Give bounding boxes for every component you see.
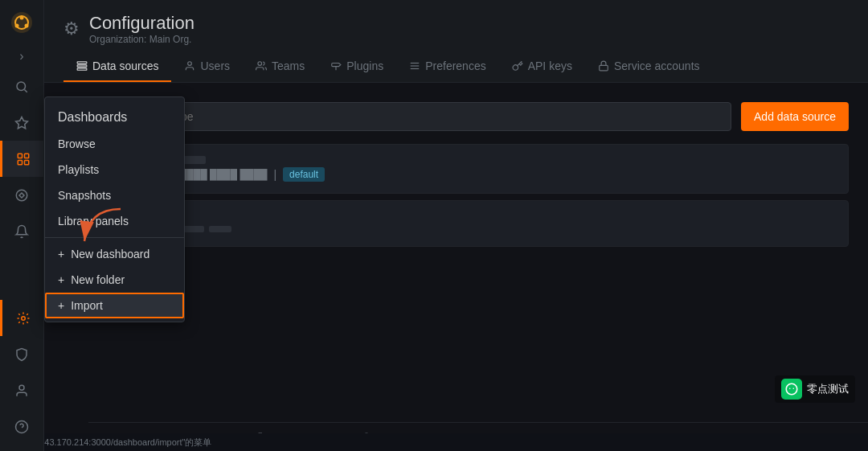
dashboards-dropdown: Dashboards Browse Playlists Snapshots Li…: [44, 96, 185, 322]
svg-rect-26: [600, 65, 608, 70]
tab-data-sources[interactable]: Data sources: [63, 51, 171, 82]
sidebar-item-alerting[interactable]: [0, 213, 44, 249]
dropdown-item-library-panels[interactable]: Library panels: [45, 208, 184, 234]
svg-rect-18: [77, 65, 87, 67]
dropdown-item-browse[interactable]: Browse: [45, 131, 184, 157]
dropdown-header: Dashboards: [45, 100, 184, 131]
svg-point-0: [11, 12, 32, 33]
svg-marker-7: [16, 117, 28, 128]
tab-users[interactable]: Users: [171, 51, 243, 82]
tab-plugins[interactable]: Plugins: [317, 51, 396, 82]
svg-rect-17: [77, 62, 87, 64]
page-title: Configuration: [89, 13, 194, 34]
ds-info: http://██. ████████ ████ ████ | default: [109, 156, 835, 182]
dropdown-item-snapshots[interactable]: Snapshots: [45, 182, 184, 208]
sidebar-logo[interactable]: [0, 0, 44, 44]
header-text: Configuration Organization: Main Org.: [89, 13, 194, 45]
plus-icon: +: [58, 299, 64, 312]
sidebar-item-explore[interactable]: [0, 177, 44, 213]
dropdown-action-import[interactable]: + Import: [45, 293, 184, 318]
svg-point-12: [16, 190, 27, 201]
svg-rect-10: [18, 160, 22, 164]
sidebar-item-search[interactable]: [0, 68, 44, 105]
svg-point-13: [21, 316, 25, 320]
sidebar-bottom: [0, 300, 44, 445]
svg-rect-8: [18, 154, 22, 158]
tab-preferences[interactable]: Preferences: [396, 51, 498, 82]
config-gear-icon: ⚙: [63, 18, 80, 39]
plus-icon: +: [58, 273, 64, 286]
header-top: ⚙ Configuration Organization: Main Org.: [63, 13, 849, 45]
tab-api-keys[interactable]: API keys: [499, 51, 585, 82]
tab-service-accounts[interactable]: Service accounts: [585, 51, 713, 82]
add-data-source-button[interactable]: Add data source: [741, 102, 849, 131]
svg-point-21: [258, 62, 262, 66]
watermark: 零点测试: [775, 375, 855, 403]
svg-rect-19: [77, 68, 87, 70]
plus-icon: +: [58, 248, 64, 260]
header: ⚙ Configuration Organization: Main Org. …: [44, 0, 868, 83]
sidebar-item-profile[interactable]: [0, 372, 44, 408]
sidebar-item-help[interactable]: [0, 408, 44, 445]
status-bar: 显示"101.43.170.214:3000/dashboard/import"…: [0, 433, 868, 451]
svg-point-5: [17, 82, 26, 91]
svg-rect-11: [24, 160, 28, 164]
sidebar: ›: [0, 0, 44, 451]
sidebar-item-dashboards[interactable]: [0, 141, 44, 177]
svg-point-3: [25, 23, 29, 27]
svg-point-2: [20, 15, 24, 19]
sidebar-item-starred[interactable]: [0, 105, 44, 141]
sidebar-collapse-button[interactable]: ›: [0, 44, 44, 68]
dropdown-divider: [45, 237, 184, 238]
watermark-text: 零点测试: [807, 382, 849, 396]
sidebar-item-configuration[interactable]: [0, 300, 44, 336]
svg-point-4: [15, 23, 19, 27]
svg-rect-9: [24, 154, 28, 158]
tab-teams[interactable]: Teams: [243, 51, 317, 82]
dropdown-action-new-dashboard[interactable]: + New dashboard: [45, 241, 184, 267]
wechat-icon: [781, 379, 802, 400]
svg-point-20: [188, 62, 192, 66]
tabs-bar: Data sources Users Teams Plugins Prefere…: [63, 51, 849, 82]
dropdown-action-new-folder[interactable]: + New folder: [45, 267, 184, 293]
sidebar-item-shield[interactable]: [0, 336, 44, 372]
dropdown-item-playlists[interactable]: Playlists: [45, 157, 184, 182]
svg-point-14: [19, 385, 24, 390]
default-badge: default: [283, 167, 325, 182]
ds-info-2: [109, 215, 835, 232]
svg-line-6: [24, 89, 27, 92]
page-subtitle: Organization: Main Org.: [89, 34, 194, 45]
